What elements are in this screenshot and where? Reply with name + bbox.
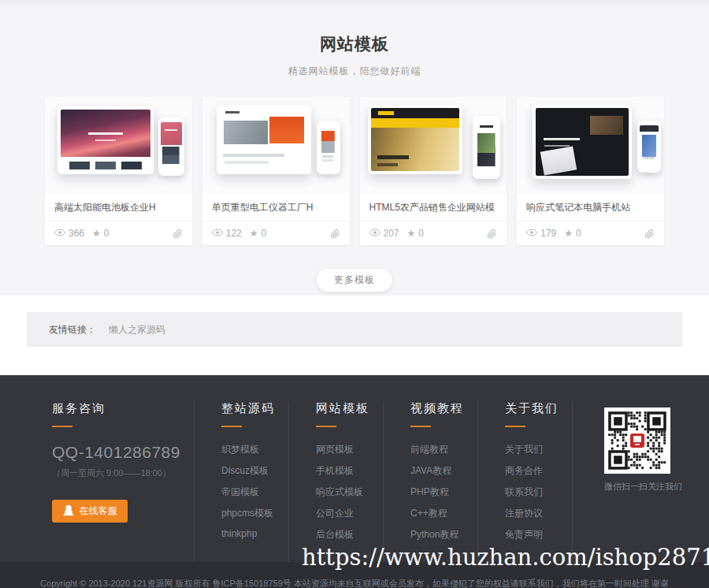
footer-column-title: 视频教程 — [410, 401, 477, 416]
footer-link[interactable]: 响应式模板 — [316, 486, 383, 499]
friend-links-section: 友情链接： 懒人之家源码 — [0, 312, 709, 375]
qr-code-image — [606, 409, 669, 472]
attachment-icon[interactable] — [644, 229, 655, 239]
template-stats: 366 ★ 0 — [45, 221, 192, 245]
view-count: 207 — [384, 228, 399, 239]
footer-link[interactable]: 后台模板 — [316, 528, 383, 541]
title-underline — [410, 426, 431, 427]
star-icon: ★ — [564, 228, 573, 239]
friend-links-box: 友情链接： 懒人之家源码 — [27, 312, 682, 347]
phone-screen-graphic — [475, 121, 498, 173]
laptop-mockup — [58, 106, 154, 174]
footer-link[interactable]: 注册协议 — [505, 507, 572, 520]
friend-links-label: 友情链接： — [49, 323, 96, 337]
footer-link[interactable]: 联系我们 — [505, 486, 572, 499]
laptop-screen-graphic — [371, 108, 459, 171]
footer-column-title: 关于我们 — [505, 401, 572, 416]
template-thumbnail[interactable] — [517, 97, 664, 194]
template-title[interactable]: HTML5农产品销售企业网站模 — [360, 194, 507, 221]
footer-link[interactable]: 织梦模板 — [221, 443, 288, 456]
title-underline — [221, 426, 242, 427]
page-title: 网站模板 — [0, 9, 709, 55]
eye-icon — [54, 228, 65, 239]
attachment-icon[interactable] — [330, 229, 340, 239]
qq-penguin-icon — [63, 504, 74, 519]
phone-screen-graphic — [161, 122, 182, 169]
template-thumbnail[interactable] — [360, 97, 507, 194]
title-underline — [316, 426, 336, 427]
footer-link[interactable]: 关于我们 — [505, 443, 572, 456]
footer-column-video-tutorials: 视频教程 前端教程 JAVA教程 PHP教程 C++教程 Python教程 — [383, 401, 477, 562]
star-icon: ★ — [250, 228, 258, 239]
eye-icon — [212, 228, 223, 239]
more-templates-button[interactable]: 更多模板 — [317, 269, 392, 292]
footer-link[interactable]: thinkphp — [221, 528, 288, 539]
footer-link[interactable]: 网页模板 — [316, 443, 383, 456]
copyright-text: Copyright © 2013-2020 121资源网 版权所有 鲁ICP备1… — [40, 578, 669, 588]
view-count: 122 — [226, 228, 242, 239]
footer-link[interactable]: C++教程 — [410, 507, 477, 520]
star-count: 0 — [262, 228, 267, 239]
template-thumbnail[interactable] — [45, 97, 192, 194]
template-stats: 179 ★ 0 — [517, 221, 664, 245]
template-card[interactable]: HTML5农产品销售企业网站模 207 ★ 0 — [360, 97, 507, 245]
star-count: 0 — [576, 228, 581, 239]
title-underline — [52, 426, 72, 427]
page-subtitle: 精选网站模板，陪您做好前端 — [0, 65, 709, 78]
star-count: 0 — [104, 228, 110, 239]
template-card[interactable]: 响应式笔记本电脑手机站 179 ★ 0 — [517, 97, 664, 245]
footer-link[interactable]: 免责声明 — [505, 528, 572, 541]
phone-mockup — [158, 117, 184, 176]
friend-link[interactable]: 懒人之家源码 — [109, 323, 165, 337]
footer-link[interactable]: 前端教程 — [410, 443, 477, 456]
star-count: 0 — [418, 228, 424, 239]
template-title[interactable]: 单页重型电工仪器工厂H — [202, 194, 350, 221]
footer-link[interactable]: PHP教程 — [410, 486, 477, 499]
service-qq-number: QQ-1401286789 — [52, 443, 194, 462]
template-thumbnail[interactable] — [202, 97, 350, 194]
attachment-icon[interactable] — [487, 229, 497, 239]
online-service-button[interactable]: 在线客服 — [52, 500, 128, 523]
template-card-grid: 高端太阳能电池板企业H 366 ★ 0 单页重型电工仪器工厂H 122 — [45, 97, 664, 245]
footer-column-service: 服务咨询 QQ-1401286789 （周一至周六 9:00——18:00） 在… — [52, 401, 194, 562]
laptop-screen-graphic — [61, 110, 150, 171]
envelope-graphic — [540, 147, 577, 176]
copyright-bar: Copyright © 2013-2020 121资源网 版权所有 鲁ICP备1… — [0, 562, 709, 588]
footer-link[interactable]: 商务合作 — [505, 464, 572, 478]
footer: 服务咨询 QQ-1401286789 （周一至周六 9:00——18:00） 在… — [0, 375, 709, 588]
phone-mockup — [637, 121, 661, 173]
page: 网站模板 精选网站模板，陪您做好前端 高端太阳能电池板企业H 366 ★ 0 — [0, 0, 709, 588]
phone-mockup — [317, 121, 340, 174]
template-card[interactable]: 单页重型电工仪器工厂H 122 ★ 0 — [202, 97, 350, 245]
footer-link[interactable]: Discuz模板 — [221, 464, 288, 478]
template-stats: 207 ★ 0 — [360, 221, 507, 245]
footer-link[interactable]: phpcms模板 — [221, 507, 288, 520]
footer-link[interactable]: 公司企业 — [316, 507, 383, 520]
footer-link[interactable]: Python教程 — [410, 528, 477, 541]
phone-mockup — [473, 116, 500, 179]
footer-link[interactable]: JAVA教程 — [410, 464, 477, 478]
template-title[interactable]: 高端太阳能电池板企业H — [45, 194, 192, 221]
footer-column-site-templates: 网站模板 网页模板 手机模板 响应式模板 公司企业 后台模板 — [288, 401, 383, 562]
star-icon: ★ — [92, 228, 101, 239]
footer-link[interactable]: 帝国模板 — [221, 486, 288, 499]
service-hours: （周一至周六 9:00——18:00） — [52, 467, 194, 479]
online-service-label: 在线客服 — [80, 504, 117, 518]
top-edge-gradient — [0, 0, 709, 9]
footer-column-site-source: 整站源码 织梦模板 Discuz模板 帝国模板 phpcms模板 thinkph… — [194, 401, 288, 562]
phone-screen-graphic — [640, 125, 659, 166]
footer-column-title: 服务咨询 — [52, 401, 194, 416]
template-card[interactable]: 高端太阳能电池板企业H 366 ★ 0 — [45, 97, 192, 245]
footer-column-title: 整站源码 — [221, 401, 288, 416]
attachment-icon[interactable] — [173, 229, 183, 239]
eye-icon — [369, 228, 380, 239]
laptop-screen-graphic — [536, 108, 629, 176]
phone-screen-graphic — [319, 125, 338, 168]
title-underline — [505, 426, 525, 427]
view-count: 366 — [69, 228, 84, 239]
laptop-screen-graphic — [220, 108, 308, 171]
star-icon: ★ — [407, 228, 416, 239]
laptop-mockup — [368, 105, 462, 174]
footer-link[interactable]: 手机模板 — [316, 464, 383, 478]
template-title[interactable]: 响应式笔记本电脑手机站 — [517, 194, 664, 221]
